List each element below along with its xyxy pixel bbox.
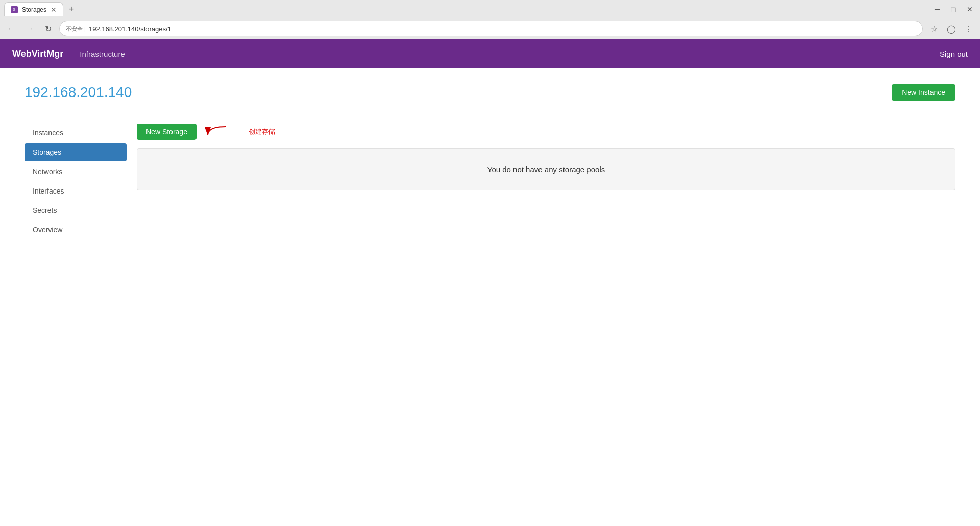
new-instance-button[interactable]: New Instance [892, 84, 955, 101]
reload-button[interactable]: ↻ [41, 21, 55, 36]
bookmark-button[interactable]: ☆ [927, 21, 941, 36]
new-storage-button[interactable]: New Storage [137, 124, 197, 140]
forward-button[interactable]: → [22, 21, 37, 36]
sidebar-item-overview[interactable]: Overview [24, 221, 127, 239]
sidebar-item-instances[interactable]: Instances [24, 124, 127, 142]
url-text: 192.168.201.140/storages/1 [89, 25, 916, 33]
close-window-button[interactable]: ✕ [964, 3, 976, 15]
url-actions: ☆ ◯ ⋮ [927, 21, 976, 36]
menu-button[interactable]: ⋮ [962, 21, 976, 36]
main-content: 192.168.201.140 New Instance Instances S… [0, 68, 980, 526]
app-brand: WebVirtMgr [12, 49, 63, 59]
page-header: 192.168.201.140 New Instance [24, 84, 955, 101]
content-layout: Instances Storages Networks Interfaces S… [24, 124, 955, 240]
tab-title: Storages [22, 6, 46, 13]
storage-section: New Storage 创建存储 You do n [127, 124, 955, 240]
storage-header: New Storage 创建存储 [137, 124, 955, 140]
tab-favicon: S [11, 6, 18, 13]
page-title: 192.168.201.140 [24, 84, 132, 101]
security-indicator: 不安全 | [66, 25, 86, 33]
address-bar: ← → ↻ 不安全 | 192.168.201.140/storages/1 ☆… [0, 18, 980, 39]
app-navbar: WebVirtMgr Infrastructure Sign out [0, 39, 980, 68]
annotation: 创建存储 [203, 124, 275, 139]
browser-chrome: S Storages ✕ + ─ ◻ ✕ ← → ↻ 不安全 | 192.168… [0, 0, 980, 39]
browser-tabs: S Storages ✕ + [4, 2, 78, 16]
browser-title-bar: S Storages ✕ + ─ ◻ ✕ [0, 0, 980, 18]
nav-infrastructure[interactable]: Infrastructure [76, 50, 129, 58]
sidebar-item-storages[interactable]: Storages [24, 143, 127, 161]
minimize-button[interactable]: ─ [931, 3, 943, 15]
sidebar-item-networks[interactable]: Networks [24, 162, 127, 181]
signout-button[interactable]: Sign out [940, 50, 968, 58]
active-tab[interactable]: S Storages ✕ [4, 2, 63, 16]
maximize-button[interactable]: ◻ [947, 3, 960, 15]
tab-close-button[interactable]: ✕ [51, 6, 57, 13]
sidebar-item-secrets[interactable]: Secrets [24, 201, 127, 220]
divider [24, 113, 955, 113]
new-tab-button[interactable]: + [65, 3, 78, 15]
profile-button[interactable]: ◯ [944, 21, 959, 36]
annotation-label: 创建存储 [249, 127, 275, 136]
url-bar[interactable]: 不安全 | 192.168.201.140/storages/1 [59, 21, 923, 36]
annotation-arrow-icon [203, 124, 228, 139]
sidebar: Instances Storages Networks Interfaces S… [24, 124, 127, 240]
empty-storage-message: You do not have any storage pools [487, 165, 605, 174]
sidebar-item-interfaces[interactable]: Interfaces [24, 182, 127, 200]
window-controls: ─ ◻ ✕ [931, 3, 976, 15]
empty-storage-box: You do not have any storage pools [137, 148, 955, 190]
back-button[interactable]: ← [4, 21, 18, 36]
